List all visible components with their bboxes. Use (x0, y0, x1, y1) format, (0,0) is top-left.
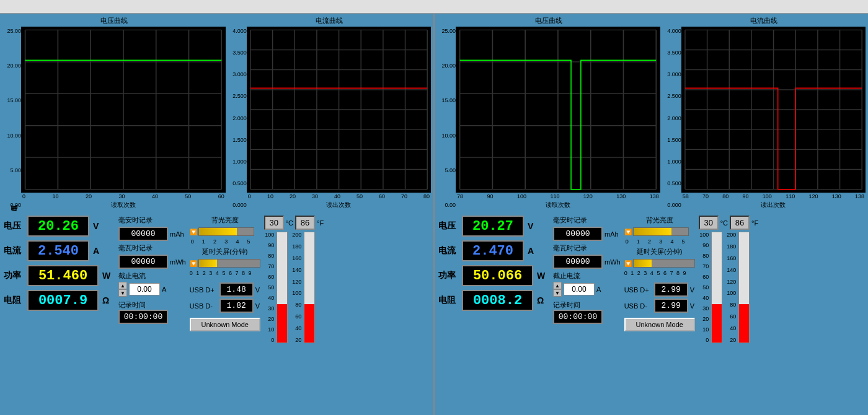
voltage-row-2: 电压 20.27 V (438, 216, 549, 237)
usb-section-2: USB D+ 2.99 V USB D- 2.99 V (624, 282, 695, 313)
current-chart-xlabel-1: 读出次数 (247, 201, 431, 209)
resistance-label-2: 电阻 (438, 295, 458, 306)
usb-section-1: USB D+ 1.48 V USB D- 1.82 V (190, 282, 260, 313)
usb-dminus-row-2: USB D- 2.99 V (624, 299, 695, 313)
backlight-title-2: 背光亮度 (624, 216, 695, 225)
voltage-chart-wrapper-1: 电压曲线 25.0020.0015.0010.005.000.00 电压 (2, 16, 226, 209)
time-group-2: 记录时间 00:00:00 (553, 299, 621, 324)
usb-dplus-row-1: USB D+ 1.48 V (190, 282, 260, 297)
cutoff-down-1[interactable]: ▼ (118, 289, 127, 297)
usb-dminus-display-2: 2.99 (654, 299, 688, 313)
voltage-label-1: 电压 (4, 221, 24, 232)
usb-dplus-label-2: USB D+ (624, 286, 652, 294)
backlight-title-1: 背光亮度 (190, 216, 260, 225)
voltage-chart-title-2: 电压曲线 (535, 16, 562, 25)
time-display-2: 00:00:00 (553, 310, 603, 324)
delay-slider-row-1[interactable]: 🔽 (190, 259, 260, 268)
delay-slider-icon-2: 🔽 (624, 260, 632, 267)
therm-fahrenheit-bar-1 (304, 232, 315, 343)
therm-celsius-bar-1 (277, 232, 288, 343)
time-group-1: 记录时间 00:00:00 (118, 299, 186, 324)
usb-dplus-unit-1: V (255, 286, 260, 294)
usb-dminus-label-2: USB D- (624, 302, 652, 310)
voltage-chart-xlabel-1: 读取次数 (21, 201, 226, 209)
backlight-slider-row-1[interactable]: 🔽 (190, 227, 260, 236)
mwh-group-1: 毫瓦时记录 00000 mWh (118, 243, 186, 269)
unknown-mode-btn-2[interactable]: Unknown Mode (624, 318, 695, 331)
charts-area-1: 电压曲线 25.0020.0015.0010.005.000.00 电压 (0, 14, 433, 212)
current-display-2: 2.470 (462, 240, 524, 261)
usb-dplus-row-2: USB D+ 2.99 V (624, 282, 695, 297)
therm-celsius-bar-2 (711, 232, 722, 343)
usb-dplus-unit-2: V (690, 286, 694, 294)
current-row-1: 电流 2.540 A (4, 240, 115, 261)
voltage-unit-2: V (528, 221, 540, 231)
temp-f-label-2: °F (751, 219, 758, 227)
mah-unit-1: mAh (170, 230, 184, 238)
resistance-display-1: 0007.9 (27, 290, 99, 311)
power-row-2: 功率 50.066 W (438, 265, 549, 286)
temp-controls-row-1: 30 °C 86 °F (264, 216, 324, 230)
unknown-mode-btn-1[interactable]: Unknown Mode (190, 318, 260, 331)
temp-c-label-2: °C (720, 219, 728, 227)
voltage-display-2: 20.27 (462, 216, 524, 237)
temp-f-label-1: °F (317, 219, 324, 227)
mah-group-1: 毫安时记录 00000 mAh (118, 216, 186, 241)
voltage-chart-canvas-1 (21, 27, 226, 193)
current-label-2: 电流 (438, 245, 458, 256)
delay-slider-2[interactable] (633, 259, 695, 268)
mwh-label-2: 毫瓦时记录 (553, 243, 621, 253)
usb-dminus-row-1: USB D- 1.82 V (190, 299, 260, 313)
voltage-chart-wrapper-2: 电压曲线 25.0020.0015.0010.005.000.00 电压 (437, 16, 660, 209)
power-label-1: 功率 (4, 270, 24, 281)
temp-c-box-2[interactable]: 30 (699, 216, 719, 230)
temp-section-2: 30 °C 86 °F 1009080706050403020100 (699, 216, 758, 411)
cutoff-up-2[interactable]: ▲ (553, 282, 562, 289)
delay-slider-1[interactable] (198, 259, 260, 268)
therm-fahrenheit-bar-2 (738, 232, 750, 343)
temp-c-box-1[interactable]: 30 (264, 216, 284, 230)
backlight-section-2: 背光亮度 🔽 012345 延时关屏(分钟) 🔽 (624, 216, 695, 411)
cutoff-display-2: 0.00 (564, 283, 595, 295)
voltage-chart-xlabel-2: 读取次数 (456, 201, 660, 209)
usb-dplus-label-1: USB D+ (190, 286, 218, 294)
backlight-slider-row-2[interactable]: 🔽 (624, 227, 695, 236)
mwh-unit-2: mWh (604, 258, 621, 266)
controls-area-2: 电压 20.27 V 电流 2.470 A 功率 50.066 (435, 212, 868, 415)
backlight-section-1: 背光亮度 🔽 012345 延时关屏(分钟) 🔽 (190, 216, 260, 411)
current-label-1: 电流 (4, 245, 24, 256)
backlight-slider-icon-1: 🔽 (190, 229, 197, 235)
resistance-display-2: 0008.2 (462, 290, 533, 311)
temp-c-label-1: °C (286, 219, 293, 227)
middle-section-1: 毫安时记录 00000 mAh 毫瓦时记录 00000 mWh 截止电流 (118, 216, 186, 411)
backlight-slider-2[interactable] (633, 227, 689, 236)
mah-display-1: 00000 (118, 227, 168, 241)
therm-fahrenheit-2: 20018016014012010080604020 (726, 232, 751, 411)
cutoff-section-2: 截止电流 ▲ ▼ 0.00 A (553, 271, 621, 297)
power-label-2: 功率 (438, 270, 458, 281)
resistance-unit-1: Ω (102, 295, 115, 305)
main-content: 电压曲线 25.0020.0015.0010.005.000.00 电压 (0, 14, 868, 415)
time-display-1: 00:00:00 (118, 310, 168, 324)
cutoff-up-1[interactable]: ▲ (118, 282, 127, 289)
cutoff-down-2[interactable]: ▼ (553, 289, 562, 297)
delay-title-1: 延时关屏(分钟) (190, 247, 260, 256)
voltage-row-1: 电压 20.26 V (4, 216, 115, 237)
backlight-slider-icon-2: 🔽 (624, 229, 632, 235)
usb-dminus-unit-1: V (255, 302, 260, 310)
charts-area-2: 电压曲线 25.0020.0015.0010.005.000.00 电压 (435, 14, 868, 212)
temp-f-box-2[interactable]: 86 (730, 216, 750, 230)
middle-section-2: 毫安时记录 00000 mAh 毫瓦时记录 00000 mWh 截止电流 (553, 216, 621, 411)
temp-f-box-1[interactable]: 86 (295, 216, 315, 230)
delay-slider-row-2[interactable]: 🔽 (624, 259, 695, 268)
therm-fahrenheit-1: 20018016014012010080604020 (291, 232, 316, 411)
current-chart-title-2: 电流曲线 (750, 16, 777, 25)
delay-title-2: 延时关屏(分钟) (624, 247, 695, 256)
readings-section-2: 电压 20.27 V 电流 2.470 A 功率 50.066 (438, 216, 549, 411)
current-chart-canvas-1 (247, 27, 431, 193)
backlight-slider-1[interactable] (198, 227, 254, 236)
thermometer-container-1: 1009080706050403020100 20018016014012010… (264, 232, 324, 411)
title-bar (0, 0, 868, 14)
cutoff-unit-2: A (596, 286, 601, 293)
usb-dplus-display-1: 1.48 (219, 282, 254, 297)
